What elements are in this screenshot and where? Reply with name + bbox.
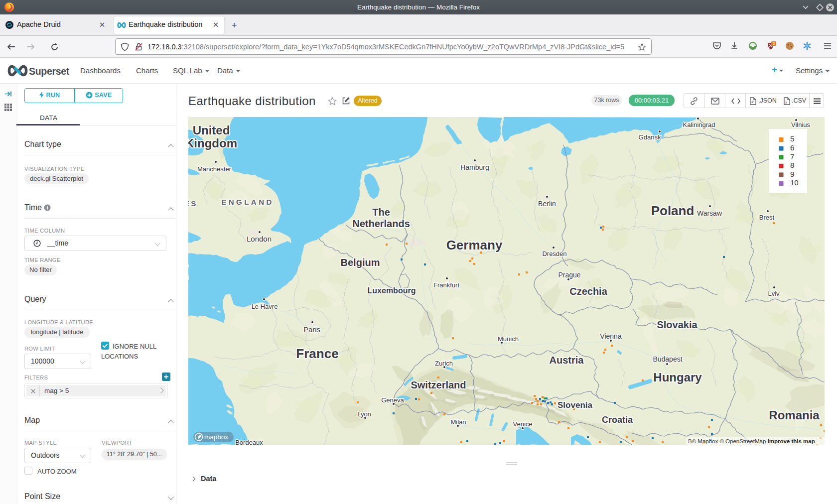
svg-text:France: France xyxy=(296,346,338,361)
svg-text:9: 9 xyxy=(790,170,794,178)
svg-text:Poland: Poland xyxy=(651,203,695,218)
svg-text:Bordeaux: Bordeaux xyxy=(235,439,263,445)
svg-text:Germany: Germany xyxy=(446,238,503,252)
svg-text:Zurich: Zurich xyxy=(435,360,453,367)
svg-text:7: 7 xyxy=(790,152,794,161)
svg-text:Austria: Austria xyxy=(550,355,584,366)
svg-text:United: United xyxy=(193,124,230,137)
svg-text:Kingdom: Kingdom xyxy=(188,136,237,150)
svg-text:6: 6 xyxy=(790,143,794,152)
svg-text:Czechia: Czechia xyxy=(569,286,607,297)
svg-text:Dresden: Dresden xyxy=(542,250,566,257)
svg-text:Luxembourg: Luxembourg xyxy=(368,286,416,295)
svg-text:5: 5 xyxy=(790,134,794,143)
svg-text:Manchester: Manchester xyxy=(197,165,232,173)
svg-text:x: x xyxy=(785,101,787,104)
svg-text:Hamburg: Hamburg xyxy=(460,163,489,171)
svg-text:Gdansk: Gdansk xyxy=(639,133,661,141)
svg-text:WALES: WALES xyxy=(188,199,197,208)
svg-text:Venice: Venice xyxy=(513,420,532,428)
svg-text:Munich: Munich xyxy=(498,335,519,343)
svg-text:10: 10 xyxy=(790,178,799,187)
svg-text:8: 8 xyxy=(790,161,794,169)
svg-text:Frankfurt: Frankfurt xyxy=(433,281,459,289)
svg-text:Budapest: Budapest xyxy=(653,355,682,363)
svg-text:Slovenia: Slovenia xyxy=(558,400,592,410)
svg-text:Vilnius: Vilnius xyxy=(791,121,811,128)
svg-text:Milan: Milan xyxy=(450,418,466,426)
svg-text:Superset: Superset xyxy=(29,66,70,77)
svg-text:Berlin: Berlin xyxy=(538,200,556,208)
svg-text:B© Mapbox © OpenStreetMap Impr: B© Mapbox © OpenStreetMap Improve this m… xyxy=(688,438,815,444)
svg-text:Lyon: Lyon xyxy=(357,410,371,418)
svg-text:Paris: Paris xyxy=(303,325,320,334)
svg-text:Switzerland: Switzerland xyxy=(411,379,466,390)
svg-text:Warsaw: Warsaw xyxy=(697,209,722,217)
svg-text:Vienna: Vienna xyxy=(600,332,622,340)
svg-text:Prague: Prague xyxy=(558,271,580,279)
svg-text:London: London xyxy=(247,235,272,243)
svg-text:2: 2 xyxy=(773,41,775,46)
svg-text:Kaliningrad: Kaliningrad xyxy=(683,121,715,128)
svg-text:Lviv: Lviv xyxy=(768,290,780,297)
svg-text:Belgium: Belgium xyxy=(341,257,380,268)
svg-text:Croatia: Croatia xyxy=(602,415,633,425)
svg-text:Netherlands: Netherlands xyxy=(352,218,410,229)
svg-text:Hungary: Hungary xyxy=(653,371,702,384)
svg-text:Romania: Romania xyxy=(769,408,820,422)
svg-text:Brest: Brest xyxy=(759,214,775,221)
svg-text:Slovakia: Slovakia xyxy=(657,319,698,330)
svg-text:ENGLAND: ENGLAND xyxy=(221,198,274,206)
svg-text:Geneva: Geneva xyxy=(381,396,404,404)
svg-text:The: The xyxy=(372,207,390,218)
svg-text:mapbox: mapbox xyxy=(204,433,228,441)
svg-text:Le Havre: Le Havre xyxy=(252,303,278,310)
